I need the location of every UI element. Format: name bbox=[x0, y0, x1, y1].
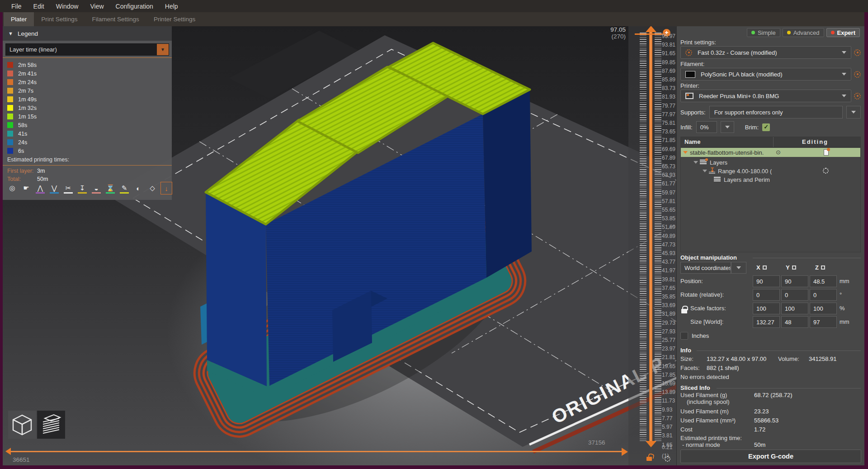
printer-dropdown[interactable]: Reeder Prusa Mini+ 0.8n BMG bbox=[680, 90, 851, 102]
moves-slider-left-handle[interactable] bbox=[5, 448, 11, 455]
preview-view-button[interactable] bbox=[37, 411, 65, 439]
layer-range-row[interactable]: Range 4.00-180.00 ( bbox=[681, 166, 860, 175]
travel-moves-icon[interactable]: ◎ bbox=[6, 182, 18, 194]
tab-print-settings[interactable]: Print Settings bbox=[34, 12, 85, 26]
lock-icon[interactable] bbox=[681, 309, 687, 313]
legend-header[interactable]: ▼ Legend bbox=[3, 26, 172, 41]
menu-item-configuration[interactable]: Configuration bbox=[110, 1, 159, 12]
info-title: Info bbox=[680, 347, 861, 354]
shells-icon[interactable]: ◇ bbox=[146, 182, 158, 194]
chevron-down-icon bbox=[842, 73, 846, 76]
moves-slider-right-handle[interactable] bbox=[622, 448, 628, 456]
deretractions-icon[interactable]: ⋀ bbox=[34, 182, 46, 194]
mode-button-simple[interactable]: Simple bbox=[747, 28, 780, 37]
infill-chevron-button[interactable] bbox=[721, 121, 734, 133]
layer-tick-label: 61.77 bbox=[662, 180, 675, 187]
value-input[interactable]: 48.5 bbox=[810, 275, 837, 287]
axis-x-header: X bbox=[756, 264, 767, 271]
menu-item-view[interactable]: View bbox=[84, 1, 109, 12]
supports-dropdown[interactable]: For support enforcers only bbox=[709, 106, 843, 118]
manipulation-row: Rotate (relative):000° bbox=[680, 289, 861, 301]
value-input[interactable]: 0 bbox=[753, 289, 780, 301]
eye-icon[interactable]: ⊙ bbox=[776, 149, 781, 156]
seams-icon[interactable]: ⋁ bbox=[48, 182, 60, 194]
print-head-icon[interactable]: ↓ bbox=[160, 182, 172, 194]
mode-button-advanced[interactable]: Advanced bbox=[783, 28, 824, 37]
brim-checkbox[interactable]: ✓ bbox=[762, 123, 770, 131]
tab-plater[interactable]: Plater bbox=[4, 12, 34, 26]
printer-gear-icon[interactable] bbox=[854, 93, 861, 99]
3d-viewport[interactable]: ORIGINAL P bbox=[3, 26, 676, 465]
layer-slider[interactable]: 97.05 (270) + 95.9793.8191.6589.8587.698… bbox=[628, 26, 676, 465]
manipulation-row: Size [World]:132.274897mm bbox=[680, 316, 861, 328]
legend-item: 24s bbox=[7, 138, 37, 147]
print-settings-gear-icon[interactable] bbox=[854, 49, 861, 56]
layers-row[interactable]: Layers bbox=[681, 158, 860, 167]
slider-settings-icon[interactable] bbox=[665, 456, 670, 462]
tab-printer-settings[interactable]: Printer Settings bbox=[146, 12, 203, 26]
moves-slider[interactable]: 36651 37156 bbox=[3, 438, 628, 465]
layers-perimeters-row[interactable]: Layers and Perim bbox=[681, 175, 860, 184]
retractions-icon[interactable]: ☛ bbox=[20, 182, 32, 194]
value-input[interactable]: 90 bbox=[781, 275, 808, 287]
edit-object-icon[interactable] bbox=[824, 149, 829, 156]
layer-tick-label: 19.65 bbox=[662, 363, 675, 370]
layer-tick-label: 67.89 bbox=[662, 155, 675, 161]
value-input[interactable]: 97 bbox=[810, 316, 837, 328]
layer-slider-bar[interactable] bbox=[649, 32, 652, 441]
layer-tick-label: 89.85 bbox=[662, 59, 675, 66]
value-input[interactable]: 100 bbox=[810, 303, 837, 314]
layer-tick-label: 35.85 bbox=[662, 294, 675, 300]
used-filament-m-row: Used Filament (m) 23.23 bbox=[680, 408, 861, 415]
filament-gear-icon[interactable] bbox=[854, 71, 861, 78]
print-settings-dropdown[interactable]: Fast 0.32z - Coarse (modified) bbox=[680, 46, 851, 59]
legend-color-swatch bbox=[7, 114, 13, 119]
infill-dropdown[interactable]: 0% bbox=[696, 121, 717, 133]
value-input[interactable]: 0 bbox=[781, 289, 808, 301]
inches-checkbox[interactable] bbox=[680, 332, 688, 340]
menu-item-help[interactable]: Help bbox=[159, 1, 184, 12]
layer-ticks-right bbox=[655, 33, 661, 441]
menu-item-edit[interactable]: Edit bbox=[28, 1, 50, 12]
tab-filament-settings[interactable]: Filament Settings bbox=[85, 12, 146, 26]
wipe-moves-icon[interactable]: ✂ bbox=[62, 182, 74, 194]
object-list: Name Editing stable-flatbottom-utensil-b… bbox=[680, 137, 861, 252]
layer-tick-label: 23.97 bbox=[662, 346, 675, 352]
export-gcode-button[interactable]: Export G-code bbox=[680, 450, 861, 463]
coordinate-system-dropdown[interactable]: World coordinates bbox=[680, 262, 731, 274]
center-of-mass-icon[interactable]: ◐ bbox=[132, 182, 144, 194]
range-settings-icon[interactable] bbox=[823, 168, 829, 174]
supports-chevron-button[interactable] bbox=[846, 106, 861, 118]
value-input[interactable]: 48 bbox=[781, 316, 808, 328]
unlock-icon[interactable] bbox=[646, 457, 652, 461]
value-input[interactable]: 100 bbox=[781, 303, 808, 314]
menu-item-file[interactable]: File bbox=[5, 1, 28, 12]
dropdown-arrow-icon[interactable]: ▼ bbox=[157, 44, 169, 55]
color-changes-icon[interactable]: ↧ bbox=[76, 182, 88, 194]
printer-icon bbox=[685, 93, 693, 99]
coordinate-chevron-button[interactable] bbox=[731, 262, 746, 274]
pause-prints-icon[interactable]: ⌛ bbox=[104, 182, 116, 194]
custom-gcode-icon[interactable]: ✎ bbox=[118, 182, 130, 194]
inches-label: Inches bbox=[692, 332, 709, 339]
3d-editor-view-button[interactable] bbox=[8, 411, 36, 439]
value-input[interactable]: 132.27 bbox=[753, 316, 780, 328]
volume-label: Volume: bbox=[778, 355, 799, 362]
value-input[interactable]: 100 bbox=[753, 303, 780, 314]
layer-tick-label: 51.69 bbox=[662, 224, 675, 230]
mode-button-expert[interactable]: Expert bbox=[826, 28, 860, 37]
axis-z-icon bbox=[821, 265, 825, 270]
layer-tick-label: 85.89 bbox=[662, 76, 675, 83]
value-input[interactable]: 90 bbox=[753, 275, 780, 287]
layer-slider-upper-handle[interactable] bbox=[646, 26, 656, 32]
value-input[interactable]: 0 bbox=[810, 289, 837, 301]
prusaslicer-window: FileEditWindowViewConfigurationHelp Plat… bbox=[0, 0, 868, 469]
menu-item-window[interactable]: Window bbox=[50, 1, 85, 12]
object-row[interactable]: stable-flatbottom-utensil-bin. ⊙ bbox=[681, 148, 860, 157]
layer-tick-label: 83.73 bbox=[662, 85, 675, 91]
layer-slider-lower-handle[interactable] bbox=[646, 441, 656, 447]
tool-changes-icon[interactable]: ◒ bbox=[90, 182, 102, 194]
moves-slider-bar[interactable] bbox=[11, 451, 622, 452]
view-type-dropdown[interactable]: Layer time (linear) ▼ bbox=[5, 43, 169, 56]
filament-dropdown[interactable]: PolySonic PLA black (modified) bbox=[680, 68, 851, 81]
